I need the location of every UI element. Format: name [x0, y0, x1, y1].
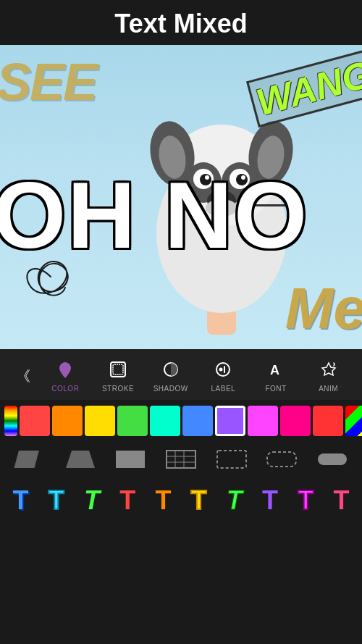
- svg-point-23: [216, 363, 230, 376]
- color-swatch-orange[interactable]: [52, 406, 83, 436]
- stroke-label: STROKE: [102, 385, 134, 393]
- tool-stroke[interactable]: STROKE: [92, 356, 145, 396]
- font-style-8[interactable]: T: [253, 482, 286, 519]
- color-palette: [0, 400, 362, 442]
- font-style-5[interactable]: T: [147, 482, 180, 519]
- font-style-row: T T T T T T T T T T: [0, 477, 362, 524]
- color-swatch-blue[interactable]: [182, 406, 213, 436]
- anim-icon: [320, 361, 337, 382]
- tool-label[interactable]: LABEL: [197, 356, 250, 396]
- page-title: Text Mixed: [0, 9, 362, 39]
- svg-marker-27: [14, 451, 38, 468]
- stroke-icon: [109, 361, 127, 382]
- color-swatch-cyan[interactable]: [150, 406, 180, 436]
- anim-label: ANIM: [319, 385, 338, 393]
- svg-rect-21: [113, 364, 123, 375]
- font-style-6[interactable]: T: [182, 482, 215, 519]
- text-me[interactable]: Me: [285, 275, 362, 342]
- color-icon: [56, 361, 74, 382]
- color-swatch-crimson[interactable]: [313, 406, 343, 436]
- tool-shadow[interactable]: SHADOW: [144, 356, 197, 396]
- font-style-9[interactable]: T: [290, 482, 322, 519]
- svg-rect-35: [217, 451, 246, 468]
- color-label: COLOR: [51, 385, 79, 393]
- svg-rect-37: [318, 453, 347, 465]
- label-label: LABEL: [211, 385, 236, 393]
- shape-trapezoid[interactable]: [58, 448, 103, 471]
- canvas-area: SEE WANG OH NO Me: [0, 45, 362, 349]
- font-style-4[interactable]: T: [111, 482, 144, 519]
- color-swatch-purple[interactable]: [215, 406, 245, 436]
- svg-text:A: A: [270, 363, 279, 377]
- shadow-icon: [162, 361, 180, 382]
- color-swatch-magenta[interactable]: [248, 406, 278, 436]
- color-swatch-red[interactable]: [20, 406, 50, 436]
- font-style-1[interactable]: T: [4, 482, 37, 519]
- color-swatch-yellow[interactable]: [85, 406, 115, 436]
- font-label: FONT: [265, 385, 286, 393]
- rainbow-swatch[interactable]: [4, 406, 17, 436]
- toolbar: 《 COLOR STROKE SHADOW: [0, 349, 362, 400]
- toolbar-row: 《 COLOR STROKE SHADOW: [0, 356, 362, 396]
- scribble-decoration: [14, 248, 87, 306]
- color-swatch-pink[interactable]: [280, 406, 311, 436]
- svg-rect-29: [116, 451, 145, 468]
- shadow-label: SHADOW: [153, 385, 188, 393]
- text-see[interactable]: SEE: [0, 52, 96, 112]
- label-icon: [214, 361, 232, 382]
- shape-dashed-rect[interactable]: [209, 448, 254, 471]
- tool-anim[interactable]: ANIM: [302, 356, 355, 396]
- font-style-7[interactable]: T: [218, 482, 251, 519]
- font-style-3[interactable]: T: [75, 482, 108, 519]
- svg-point-24: [219, 368, 223, 372]
- shape-rounded-dashed[interactable]: [260, 448, 305, 471]
- shape-parallelogram[interactable]: [7, 448, 52, 471]
- svg-marker-28: [66, 451, 95, 468]
- font-icon: A: [267, 361, 285, 382]
- svg-rect-30: [167, 451, 195, 468]
- shape-grid-rect[interactable]: [159, 448, 203, 471]
- multicolor-swatch[interactable]: [345, 406, 362, 436]
- font-style-10[interactable]: T: [325, 482, 358, 519]
- shape-row: [0, 442, 362, 477]
- svg-rect-25: [224, 366, 225, 373]
- shape-pill[interactable]: [310, 448, 355, 471]
- tool-color[interactable]: COLOR: [39, 356, 92, 396]
- header: Text Mixed: [0, 0, 362, 45]
- tool-font[interactable]: A FONT: [250, 356, 303, 396]
- shape-rectangle[interactable]: [108, 448, 153, 471]
- back-button[interactable]: 《: [7, 361, 39, 392]
- color-swatch-green[interactable]: [117, 406, 148, 436]
- font-style-2[interactable]: T: [40, 482, 72, 519]
- svg-rect-36: [267, 452, 296, 467]
